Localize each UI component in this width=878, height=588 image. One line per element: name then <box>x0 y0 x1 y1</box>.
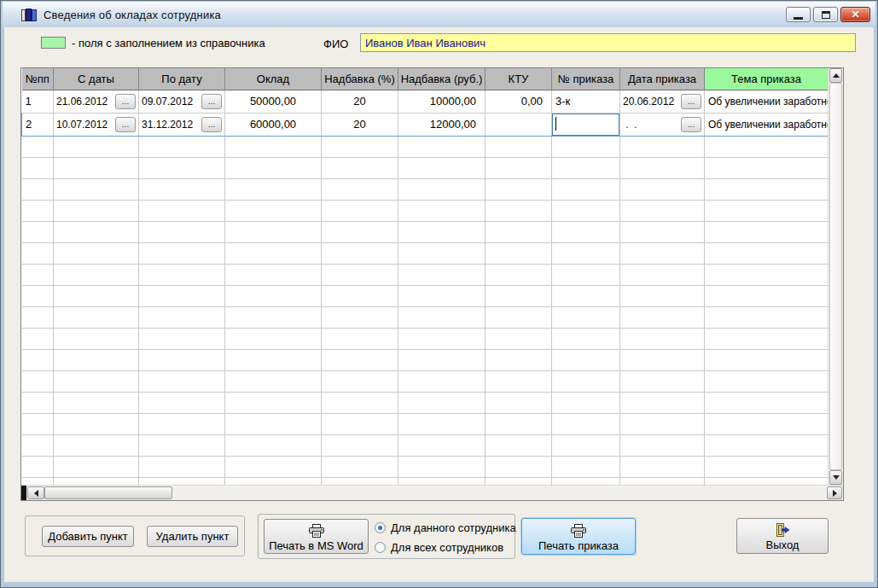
cell-editor[interactable] <box>552 114 619 136</box>
empty-cell <box>620 456 705 477</box>
empty-cell <box>322 285 398 306</box>
cell-bonus-pct[interactable]: 20 <box>322 90 398 113</box>
cell-order-no-editing[interactable] <box>552 113 620 136</box>
empty-cell <box>225 477 322 485</box>
print-order-button[interactable]: Печать приказа <box>521 518 636 555</box>
cell-salary[interactable]: 60000,00 <box>225 113 322 136</box>
empty-cell <box>398 456 486 477</box>
date-picker-button[interactable]: ... <box>681 117 701 132</box>
cell-order-date[interactable]: 20.06.2012 ... <box>620 90 705 113</box>
empty-cell <box>620 477 705 485</box>
grid-corner-notch <box>21 486 26 500</box>
cell-ktu[interactable]: 0,00 <box>486 90 552 113</box>
empty-cell <box>705 306 829 328</box>
empty-cell <box>620 434 705 456</box>
cell-bonus-rub[interactable]: 10000,00 <box>398 90 486 113</box>
empty-cell <box>552 434 620 456</box>
print-ms-word-button[interactable]: Печать в MS Word <box>264 519 369 554</box>
empty-cell <box>705 370 829 392</box>
empty-cell <box>705 178 829 200</box>
date-picker-button[interactable]: ... <box>201 94 222 109</box>
empty-cell <box>486 157 552 178</box>
empty-cell <box>54 264 139 285</box>
vertical-scrollbar[interactable] <box>828 68 843 485</box>
date-picker-button[interactable]: ... <box>115 94 136 109</box>
close-button[interactable]: ✕ <box>840 7 870 22</box>
cell-ktu[interactable] <box>486 113 552 136</box>
empty-cell <box>620 285 705 306</box>
printer-icon <box>570 524 587 538</box>
radio-all-employees[interactable]: Для всех сотрудников <box>375 541 503 554</box>
empty-cell <box>552 285 620 306</box>
column-header-num: №пп <box>22 68 54 90</box>
delete-item-button[interactable]: Удалить пункт <box>147 526 238 547</box>
empty-cell <box>486 328 552 349</box>
horizontal-scrollbar[interactable] <box>21 485 843 500</box>
date-picker-button[interactable]: ... <box>115 117 136 132</box>
add-item-button[interactable]: Добавить пункт <box>42 526 134 547</box>
horizontal-scroll-thumb[interactable] <box>44 486 172 499</box>
title-bar[interactable]: Сведения об окладах сотрудника ✕ <box>3 2 875 27</box>
print-ms-word-label: Печать в MS Word <box>269 539 363 552</box>
radio-button-icon <box>375 522 386 533</box>
column-header-order-subject: Тема приказа <box>705 68 829 90</box>
empty-cell <box>705 200 829 221</box>
cell-to-date[interactable]: 31.12.2012 ... <box>139 113 225 136</box>
scroll-left-button[interactable] <box>27 486 44 499</box>
empty-cell <box>398 434 486 456</box>
cell-order-subject[interactable]: Об увеличении заработной <box>705 113 829 136</box>
empty-cell <box>22 434 54 456</box>
exit-button[interactable]: Выход <box>736 518 829 554</box>
empty-cell <box>139 200 225 221</box>
empty-cell <box>22 264 54 285</box>
date-picker-button[interactable]: ... <box>201 117 222 132</box>
empty-table-row <box>22 328 829 349</box>
vertical-scroll-thumb[interactable] <box>829 83 842 470</box>
salary-table: №пп С даты По дату Оклад Надбавка (%) На… <box>21 68 828 485</box>
books-icon <box>21 8 38 22</box>
empty-cell <box>322 392 398 413</box>
empty-cell <box>139 328 225 349</box>
empty-cell <box>54 200 139 221</box>
empty-cell <box>398 178 486 200</box>
empty-cell <box>322 477 398 485</box>
date-picker-button[interactable]: ... <box>681 94 701 109</box>
radio-current-employee[interactable]: Для данного сотрудника <box>375 521 516 534</box>
cell-bonus-rub[interactable]: 12000,00 <box>398 113 486 136</box>
empty-cell <box>486 370 552 392</box>
empty-cell <box>620 136 705 157</box>
empty-cell <box>552 413 620 434</box>
maximize-button[interactable] <box>813 7 838 22</box>
empty-cell <box>552 178 620 200</box>
cell-order-date[interactable]: . . ... <box>620 113 705 136</box>
scroll-right-button[interactable] <box>827 486 842 499</box>
cell-order-subject[interactable]: Об увеличении заработной <box>705 90 829 113</box>
column-header-salary: Оклад <box>225 68 322 90</box>
empty-cell <box>225 370 322 392</box>
cell-from-date[interactable]: 21.06.2012 ... <box>54 90 139 113</box>
grid-viewport: №пп С даты По дату Оклад Надбавка (%) На… <box>21 68 828 485</box>
column-header-order-date: Дата приказа <box>620 68 705 90</box>
empty-cell <box>398 136 486 157</box>
cell-order-no[interactable]: 3-к <box>552 90 620 113</box>
scroll-down-button[interactable] <box>829 470 842 485</box>
minimize-icon <box>794 17 803 20</box>
cell-num[interactable]: 2 <box>22 113 54 136</box>
fio-input[interactable] <box>360 33 856 52</box>
cell-num[interactable]: 1 <box>22 90 54 113</box>
cell-to-date[interactable]: 09.07.2012 ... <box>139 90 225 113</box>
empty-cell <box>552 136 620 157</box>
empty-cell <box>22 285 54 306</box>
cell-from-date[interactable]: 10.07.2012 ... <box>54 113 139 136</box>
scroll-up-button[interactable] <box>829 68 842 83</box>
cell-bonus-pct[interactable]: 20 <box>322 113 398 136</box>
empty-cell <box>322 349 398 370</box>
empty-cell <box>225 157 322 178</box>
printer-icon <box>308 524 325 538</box>
cell-salary[interactable]: 50000,00 <box>225 90 322 113</box>
minimize-button[interactable] <box>786 7 811 22</box>
empty-cell <box>620 306 705 328</box>
empty-cell <box>398 221 486 242</box>
empty-cell <box>139 136 225 157</box>
empty-cell <box>54 456 139 477</box>
